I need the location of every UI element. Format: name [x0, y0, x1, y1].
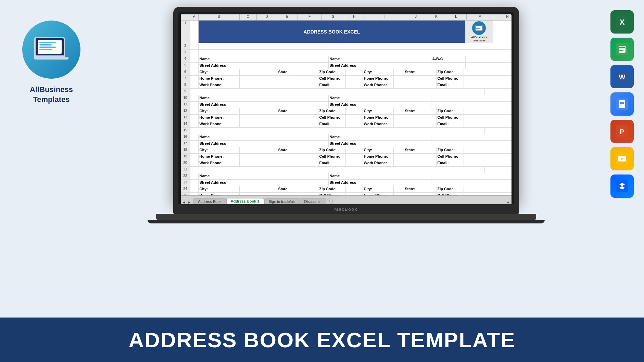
- row-num-5: 5: [181, 63, 190, 69]
- macbook-body: A B C D E F G H I J K L M N O: [173, 7, 519, 204]
- col-c-header: C: [240, 14, 257, 20]
- cell-8h: [346, 82, 363, 88]
- cell-6k: State:: [404, 69, 426, 75]
- word-icon[interactable]: W: [610, 65, 634, 88]
- cell-8c: [240, 82, 277, 88]
- cell-7k: [404, 76, 426, 82]
- cell-2b: [199, 43, 493, 49]
- svg-rect-19: [616, 180, 628, 192]
- svg-text:X: X: [620, 18, 625, 26]
- tab-address-book[interactable]: Address Book: [193, 198, 226, 204]
- table-row: 21: [181, 167, 512, 173]
- tab-address-book-1[interactable]: Address Book 1: [226, 198, 264, 204]
- cell-7a: [190, 76, 199, 82]
- dropbox-icon[interactable]: [610, 174, 634, 198]
- cell-4a: [190, 56, 199, 62]
- cell-6e: [301, 69, 318, 75]
- table-row: 14 Work Phone: Email: Work Phone: Email:: [181, 121, 512, 128]
- table-row: 18 City: State: Zip Code: City: State:: [181, 147, 512, 154]
- cell-6f: Zip Code:: [318, 69, 346, 75]
- add-sheet-button[interactable]: +: [327, 198, 333, 204]
- laptop-icon: [34, 37, 68, 63]
- row-num-1: 1: [181, 21, 190, 43]
- row-num-9: 9: [181, 89, 190, 95]
- col-j-header: J: [405, 14, 427, 20]
- cell-7i: Home Phone:: [363, 76, 394, 82]
- cell-7h: [346, 76, 363, 82]
- cell-8d: [277, 82, 301, 88]
- table-row: 23 Street Address Street Address: [181, 180, 512, 186]
- svg-rect-4: [619, 47, 625, 48]
- cell-8l: [426, 82, 437, 88]
- cell-3b: [199, 50, 493, 56]
- cell-6j: [394, 69, 404, 75]
- col-k-header: K: [427, 14, 446, 20]
- col-h-header: H: [345, 14, 364, 20]
- google-docs-icon[interactable]: [610, 92, 634, 116]
- cell-8i: Work Phone:: [363, 82, 394, 88]
- cell-6d: State:: [277, 69, 301, 75]
- cell-4i: Name: [329, 56, 390, 62]
- cell-6a: [190, 69, 199, 75]
- cell-8m: Email:: [437, 82, 464, 88]
- spreadsheet: A B C D E F G H I J K L M N O: [181, 14, 512, 204]
- left-logo-area: AllBusiness Templates: [14, 21, 89, 104]
- cell-2a: [190, 43, 199, 49]
- cell-7c: [240, 76, 277, 82]
- logo-circle: [22, 21, 80, 79]
- cell-7e: [301, 76, 318, 82]
- table-row: 8 Work Phone: Email: Work Phone:: [181, 82, 512, 89]
- svg-rect-6: [619, 50, 623, 51]
- table-row: 16 Name Name: [181, 134, 512, 141]
- macbook-chin: MacBook: [173, 204, 519, 214]
- cell-6l: [426, 69, 437, 75]
- macbook-base-bottom: [148, 220, 545, 223]
- table-row: 7 Home Phone: Cell Phone: Home Phone:: [181, 76, 512, 82]
- cell-8f: Email:: [318, 82, 346, 88]
- column-headers: A B C D E F G H I J K L M N O: [181, 14, 512, 21]
- cell-1a: [190, 21, 199, 43]
- table-row: 4 Name Name A-B-C: [181, 56, 512, 63]
- cell-4b: Name: [199, 56, 329, 62]
- table-row: 15: [181, 128, 512, 134]
- google-slides-icon[interactable]: [610, 147, 634, 170]
- cell-6m: Zip Code:: [437, 69, 464, 75]
- table-row: 10 Name Name: [181, 95, 512, 102]
- cell-7l: [426, 76, 437, 82]
- table-row: 1 ADDRESS BOOK EXCEL AllBusiness Templat…: [181, 21, 512, 43]
- table-row: 11 Street Address Street Address: [181, 102, 512, 108]
- logo-cell: AllBusiness Templates: [466, 21, 493, 43]
- cell-5i: Street Address: [329, 63, 466, 69]
- cell-6i: City:: [363, 69, 394, 75]
- row-num-3: 3: [181, 50, 190, 56]
- cell-7f: Cell Phone:: [318, 76, 346, 82]
- svg-text:W: W: [619, 73, 626, 81]
- cell-8k: [404, 82, 426, 88]
- sheet-tabs: ◄ ► Address Book Address Book 1 Sign in …: [181, 195, 512, 204]
- google-sheets-icon[interactable]: [610, 38, 634, 61]
- bottom-banner: ADDRESS BOOK EXCEL TEMPLATE: [0, 318, 644, 362]
- powerpoint-icon[interactable]: P: [610, 120, 634, 143]
- tab-sign-in-tradefair[interactable]: Sign in tradefair: [264, 198, 300, 204]
- row-num-6: 6: [181, 69, 190, 75]
- excel-icon[interactable]: X: [610, 10, 634, 34]
- svg-rect-23: [476, 27, 481, 27]
- col-b-header: B: [199, 14, 240, 20]
- screen-bezel: A B C D E F G H I J K L M N O: [178, 12, 514, 204]
- macbook-screen: A B C D E F G H I J K L M N O: [181, 14, 512, 204]
- cell-7d: [277, 76, 301, 82]
- cell-7j: [394, 76, 404, 82]
- cell-8b: Work Phone:: [199, 82, 240, 88]
- col-e-header: E: [277, 14, 298, 20]
- row-num-8: 8: [181, 82, 190, 88]
- tab-disclaimer[interactable]: Disclaimer: [300, 198, 326, 204]
- cell-6b: City:: [199, 69, 240, 75]
- col-a-header: A: [190, 14, 199, 20]
- table-row: 20 Work Phone: Email: Work Phone: Email:: [181, 160, 512, 167]
- cell-3a: [190, 50, 199, 56]
- macbook-base-top: [156, 214, 536, 220]
- col-n-header: N: [494, 14, 512, 20]
- cell-9b: [190, 89, 485, 95]
- row-num-header: [181, 14, 190, 20]
- table-row: 3: [181, 50, 512, 56]
